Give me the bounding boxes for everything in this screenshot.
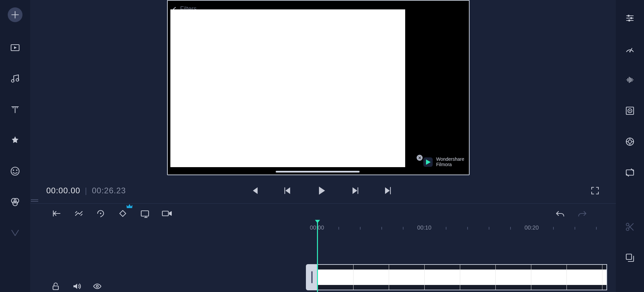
- svg-rect-18: [626, 170, 634, 175]
- svg-point-22: [100, 213, 101, 214]
- skip-start-button[interactable]: [248, 184, 261, 197]
- add-button[interactable]: [8, 7, 22, 22]
- clip-handle-left[interactable]: [306, 264, 318, 290]
- text-button[interactable]: [7, 101, 23, 117]
- main-area: Filters ✕ Wondershare Filmora 00:00.00 |…: [30, 0, 616, 292]
- svg-rect-21: [626, 254, 632, 259]
- preview-frame[interactable]: Filters ✕ Wondershare Filmora: [167, 0, 470, 175]
- transport-bar: 00:00.00 | 00:26.23: [30, 181, 616, 200]
- aspect-button[interactable]: [622, 164, 638, 181]
- filters-button[interactable]: [7, 194, 23, 210]
- clip-body[interactable]: [318, 264, 607, 290]
- speed-button[interactable]: [622, 41, 638, 57]
- hide-track-button[interactable]: [92, 281, 103, 292]
- frame-forward-button[interactable]: [348, 184, 362, 197]
- watermark: ✕ Wondershare Filmora: [423, 157, 464, 167]
- preview-canvas: [170, 9, 405, 167]
- timecode: 00:00.00 | 00:26.23: [46, 186, 126, 195]
- mute-track-button[interactable]: [71, 281, 82, 292]
- record-button[interactable]: [161, 207, 173, 220]
- svg-rect-24: [162, 211, 168, 216]
- audiofx-button[interactable]: [622, 72, 638, 88]
- color-button[interactable]: [622, 103, 638, 119]
- ruler-label: 00:20: [525, 225, 539, 231]
- filmora-logo-icon: [423, 157, 433, 167]
- svg-point-15: [629, 110, 631, 111]
- preview-seek-bar[interactable]: [276, 171, 360, 173]
- svg-point-3: [11, 167, 19, 175]
- transitions-button[interactable]: [7, 225, 23, 241]
- adjust-button[interactable]: [622, 10, 638, 26]
- effects-button[interactable]: [7, 132, 23, 148]
- keyframe-button[interactable]: [117, 207, 129, 220]
- track-area: [30, 264, 616, 292]
- watermark-line1: Wondershare: [436, 157, 464, 162]
- timeline-ruler[interactable]: 00:0000:1000:20: [30, 223, 616, 235]
- preview-area: Filters ✕ Wondershare Filmora: [30, 0, 616, 201]
- media-button[interactable]: [7, 40, 23, 56]
- timeline-toolbar: [30, 204, 616, 223]
- redo-button[interactable]: [576, 207, 588, 220]
- svg-point-10: [630, 17, 632, 19]
- frame-back-button[interactable]: [281, 184, 294, 197]
- timecode-sep: |: [85, 186, 87, 195]
- svg-point-17: [628, 140, 632, 143]
- panel-resize-handle[interactable]: [31, 199, 38, 202]
- svg-point-9: [628, 15, 630, 17]
- stickers-button[interactable]: [7, 163, 23, 179]
- marker-button[interactable]: [95, 207, 107, 220]
- svg-point-4: [13, 169, 14, 171]
- undo-button[interactable]: [554, 207, 566, 220]
- scissors-button[interactable]: [622, 219, 638, 235]
- watermark-close-button[interactable]: ✕: [417, 155, 423, 161]
- premium-crown-icon: [126, 203, 133, 209]
- playhead[interactable]: [317, 223, 318, 292]
- svg-rect-25: [53, 286, 58, 290]
- snapshot-button[interactable]: [139, 207, 151, 220]
- svg-point-11: [628, 19, 630, 21]
- timeline-panel: 00:0000:1000:20: [30, 203, 616, 292]
- mask-button[interactable]: [622, 134, 638, 150]
- left-toolbar: [0, 0, 30, 292]
- transport-controls: [248, 184, 395, 197]
- split-button[interactable]: [72, 207, 85, 220]
- music-button[interactable]: [7, 70, 23, 87]
- svg-point-12: [629, 51, 631, 52]
- skip-end-button[interactable]: [382, 184, 395, 197]
- svg-point-5: [16, 169, 17, 171]
- play-button[interactable]: [315, 184, 328, 197]
- goto-start-button[interactable]: [50, 207, 62, 220]
- track-controls: [50, 281, 103, 292]
- timecode-current: 00:00.00: [46, 186, 80, 195]
- video-clip[interactable]: [306, 264, 607, 290]
- svg-rect-23: [141, 211, 149, 216]
- right-toolbar: [616, 0, 644, 292]
- lock-track-button[interactable]: [50, 281, 61, 292]
- ruler-label: 00:10: [417, 225, 432, 231]
- watermark-line2: Filmora: [436, 162, 464, 167]
- svg-point-26: [96, 285, 98, 287]
- fullscreen-button[interactable]: [588, 184, 602, 197]
- layers-button[interactable]: [622, 250, 638, 266]
- watermark-text: Wondershare Filmora: [436, 157, 464, 167]
- timecode-total: 00:26.23: [92, 186, 126, 195]
